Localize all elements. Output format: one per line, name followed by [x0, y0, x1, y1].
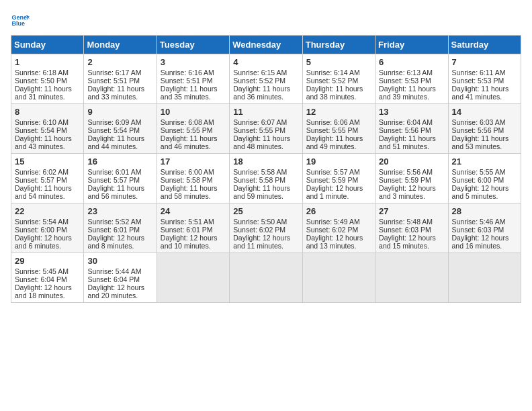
sunrise: Sunrise: 6:00 AM	[161, 168, 214, 176]
sunset: Sunset: 6:04 PM	[15, 275, 67, 283]
day-number: 17	[161, 156, 226, 167]
day-number: 15	[15, 156, 80, 167]
sunset: Sunset: 6:01 PM	[87, 226, 140, 234]
daylight: Daylight: 12 hours and 16 minutes.	[452, 234, 509, 250]
sunset: Sunset: 5:50 PM	[15, 77, 67, 85]
calendar-table: SundayMondayTuesdayWednesdayThursdayFrid…	[11, 35, 521, 303]
day-number: 6	[379, 57, 444, 67]
header-saturday: Saturday	[448, 36, 521, 54]
sunset: Sunset: 5:55 PM	[306, 126, 359, 134]
calendar-cell: 19 Sunrise: 5:57 AM Sunset: 5:59 PM Dayl…	[302, 154, 375, 203]
daylight: Daylight: 11 hours and 33 minutes.	[87, 85, 144, 101]
day-number: 3	[161, 57, 226, 67]
calendar-cell: 21 Sunrise: 5:55 AM Sunset: 6:00 PM Dayl…	[448, 154, 521, 203]
calendar-cell: 16 Sunrise: 6:01 AM Sunset: 5:57 PM Dayl…	[84, 154, 157, 203]
calendar-week-row: 29 Sunrise: 5:45 AM Sunset: 6:04 PM Dayl…	[11, 253, 521, 303]
day-number: 24	[161, 206, 226, 216]
sunrise: Sunrise: 5:45 AM	[15, 267, 69, 275]
day-number: 28	[452, 206, 517, 216]
daylight: Daylight: 12 hours and 20 minutes.	[87, 283, 144, 300]
calendar-cell: 12 Sunrise: 6:06 AM Sunset: 5:55 PM Dayl…	[302, 104, 375, 154]
daylight: Daylight: 11 hours and 36 minutes.	[233, 85, 290, 101]
day-number: 7	[452, 57, 517, 67]
calendar-week-row: 1 Sunrise: 6:18 AM Sunset: 5:50 PM Dayli…	[11, 54, 521, 104]
sunrise: Sunrise: 5:56 AM	[379, 168, 433, 176]
calendar-cell	[230, 253, 302, 303]
sunrise: Sunrise: 5:51 AM	[161, 218, 214, 226]
sunset: Sunset: 5:58 PM	[233, 176, 285, 184]
sunset: Sunset: 5:56 PM	[452, 126, 504, 134]
day-number: 10	[161, 107, 226, 117]
sunset: Sunset: 5:51 PM	[87, 77, 140, 85]
sunset: Sunset: 5:54 PM	[87, 126, 140, 134]
sunset: Sunset: 6:01 PM	[161, 226, 213, 234]
header: General Blue	[11, 11, 521, 30]
svg-text:General: General	[11, 14, 30, 21]
sunrise: Sunrise: 5:46 AM	[452, 218, 506, 226]
day-number: 26	[306, 206, 371, 216]
sunrise: Sunrise: 6:18 AM	[15, 68, 69, 77]
sunrise: Sunrise: 6:10 AM	[15, 118, 69, 126]
calendar-cell: 29 Sunrise: 5:45 AM Sunset: 6:04 PM Dayl…	[11, 253, 84, 303]
header-thursday: Thursday	[302, 36, 375, 54]
day-number: 11	[233, 107, 298, 117]
calendar-cell	[302, 253, 375, 303]
daylight: Daylight: 11 hours and 56 minutes.	[87, 184, 144, 200]
calendar-cell: 17 Sunrise: 6:00 AM Sunset: 5:58 PM Dayl…	[157, 154, 229, 203]
calendar-cell: 10 Sunrise: 6:08 AM Sunset: 5:55 PM Dayl…	[157, 104, 229, 154]
day-number: 8	[15, 107, 80, 117]
daylight: Daylight: 11 hours and 35 minutes.	[161, 85, 218, 101]
sunset: Sunset: 5:52 PM	[306, 77, 359, 85]
daylight: Daylight: 11 hours and 54 minutes.	[15, 184, 72, 200]
daylight: Daylight: 12 hours and 18 minutes.	[15, 283, 72, 300]
day-number: 30	[87, 256, 152, 266]
calendar-cell: 18 Sunrise: 5:58 AM Sunset: 5:58 PM Dayl…	[230, 154, 302, 203]
calendar-cell: 24 Sunrise: 5:51 AM Sunset: 6:01 PM Dayl…	[157, 203, 229, 253]
header-sunday: Sunday	[11, 36, 84, 54]
sunrise: Sunrise: 6:14 AM	[306, 68, 360, 77]
day-number: 2	[87, 57, 152, 67]
sunrise: Sunrise: 5:48 AM	[379, 218, 433, 226]
logo-icon: General Blue	[11, 11, 30, 30]
daylight: Daylight: 12 hours and 1 minute.	[306, 184, 363, 200]
sunset: Sunset: 6:02 PM	[233, 226, 285, 234]
sunrise: Sunrise: 6:04 AM	[379, 118, 433, 126]
calendar-week-row: 22 Sunrise: 5:54 AM Sunset: 6:00 PM Dayl…	[11, 203, 521, 253]
sunset: Sunset: 5:53 PM	[379, 77, 431, 85]
sunrise: Sunrise: 5:44 AM	[87, 267, 141, 275]
daylight: Daylight: 12 hours and 6 minutes.	[15, 234, 72, 250]
daylight: Daylight: 11 hours and 44 minutes.	[87, 134, 144, 150]
sunset: Sunset: 6:00 PM	[15, 226, 67, 234]
day-number: 19	[306, 156, 371, 167]
sunset: Sunset: 6:04 PM	[87, 275, 140, 283]
day-number: 5	[306, 57, 371, 67]
daylight: Daylight: 12 hours and 3 minutes.	[379, 184, 436, 200]
day-number: 22	[15, 206, 80, 216]
calendar-cell: 8 Sunrise: 6:10 AM Sunset: 5:54 PM Dayli…	[11, 104, 84, 154]
sunrise: Sunrise: 5:50 AM	[233, 218, 287, 226]
calendar-cell	[375, 253, 448, 303]
day-number: 12	[306, 107, 371, 117]
daylight: Daylight: 11 hours and 51 minutes.	[379, 134, 436, 150]
sunrise: Sunrise: 5:57 AM	[306, 168, 360, 176]
day-number: 21	[452, 156, 517, 167]
header-monday: Monday	[84, 36, 157, 54]
sunset: Sunset: 6:02 PM	[306, 226, 359, 234]
daylight: Daylight: 11 hours and 59 minutes.	[233, 184, 290, 200]
calendar-cell: 1 Sunrise: 6:18 AM Sunset: 5:50 PM Dayli…	[11, 54, 84, 104]
sunset: Sunset: 5:59 PM	[306, 176, 359, 184]
sunrise: Sunrise: 6:15 AM	[233, 68, 287, 77]
calendar-cell: 23 Sunrise: 5:52 AM Sunset: 6:01 PM Dayl…	[84, 203, 157, 253]
daylight: Daylight: 11 hours and 49 minutes.	[306, 134, 363, 150]
calendar-cell: 25 Sunrise: 5:50 AM Sunset: 6:02 PM Dayl…	[230, 203, 302, 253]
sunset: Sunset: 5:55 PM	[161, 126, 213, 134]
sunrise: Sunrise: 6:02 AM	[15, 168, 69, 176]
sunset: Sunset: 5:58 PM	[161, 176, 213, 184]
sunrise: Sunrise: 6:16 AM	[161, 68, 214, 77]
day-number: 13	[379, 107, 444, 117]
header-friday: Friday	[375, 36, 448, 54]
calendar-cell: 2 Sunrise: 6:17 AM Sunset: 5:51 PM Dayli…	[84, 54, 157, 104]
sunrise: Sunrise: 6:17 AM	[87, 68, 141, 77]
day-number: 23	[87, 206, 152, 216]
calendar-week-row: 15 Sunrise: 6:02 AM Sunset: 5:57 PM Dayl…	[11, 154, 521, 203]
